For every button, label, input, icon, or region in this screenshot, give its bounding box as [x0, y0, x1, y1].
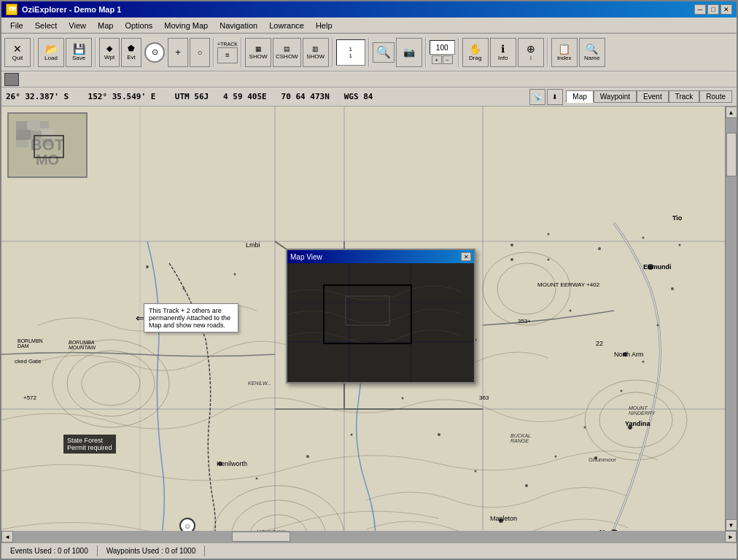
waypoint-button[interactable]: ◆ Wpt — [99, 38, 120, 67]
map-view-close-button[interactable]: ✕ — [461, 252, 471, 261]
map-tooltip: ⇐ This Track + 2 others are permanently … — [144, 303, 238, 332]
scroll-right-button[interactable]: ► — [725, 531, 737, 542]
menu-view[interactable]: View — [63, 20, 92, 31]
add-button[interactable]: + — [168, 38, 188, 67]
menu-select[interactable]: Select — [29, 20, 63, 31]
show-btn2[interactable]: ▤ CSHOW — [273, 38, 301, 67]
data-display: 11 — [336, 39, 365, 66]
svg-point-43 — [475, 470, 477, 472]
minimap-content: BOT MO — [9, 114, 86, 176]
zoom-controls: + − — [430, 40, 455, 64]
svg-point-28 — [183, 288, 185, 290]
circle-button[interactable]: ○ — [190, 38, 210, 67]
scroll-thumb-h[interactable] — [232, 532, 290, 542]
svg-point-52 — [642, 237, 645, 239]
nav-arrows-button[interactable]: ⊕ ↕ — [518, 38, 544, 67]
menu-moving-map[interactable]: Moving Map — [158, 20, 214, 31]
map-view-titlebar: Map View ✕ — [287, 250, 474, 263]
scroll-track-v[interactable] — [726, 118, 737, 519]
name-icon: 🔍 — [586, 44, 598, 54]
svg-point-47 — [621, 390, 623, 392]
zoom-out-button[interactable]: − — [443, 55, 453, 64]
small-icon — [4, 73, 19, 86]
svg-point-44 — [525, 484, 528, 487]
svg-rect-65 — [16, 121, 27, 130]
menu-navigation[interactable]: Navigation — [214, 20, 263, 31]
search-button[interactable]: 🔍 — [373, 42, 395, 63]
track-btn[interactable]: ≡ — [217, 47, 238, 63]
info-icon: ℹ — [501, 44, 505, 54]
zoom-in-button[interactable]: + — [432, 55, 442, 64]
scroll-thumb-v[interactable] — [726, 133, 737, 176]
main-area: ☺ ◉ Fire Hose 1 — [1, 106, 737, 531]
scroll-down-button[interactable]: ▼ — [726, 519, 737, 531]
info-button[interactable]: ℹ Info — [490, 38, 516, 67]
tb-sep-1 — [34, 38, 35, 67]
svg-point-34 — [548, 259, 550, 261]
utm-display: UTM 56J — [175, 92, 209, 101]
svg-point-55 — [510, 258, 513, 261]
label-mount-ninderry: MOUNTNINDERRY — [629, 405, 655, 416]
save-button[interactable]: 💾 Save — [66, 38, 92, 67]
vertical-scrollbar[interactable]: ▲ ▼ — [725, 106, 737, 531]
minimize-button[interactable]: ─ — [694, 4, 706, 15]
bottom-status-bar: Events Used : 0 of 1000 Waypoints Used :… — [1, 542, 737, 559]
event-button[interactable]: ⬟ Evt — [121, 38, 141, 67]
show-btn3[interactable]: ▥ SHOW — [303, 38, 329, 67]
menu-lowrance[interactable]: Lowrance — [263, 20, 310, 31]
svg-point-46 — [584, 427, 586, 429]
load-button[interactable]: 📂 Load — [38, 38, 64, 67]
camera-button[interactable]: 📷 — [396, 38, 422, 67]
tooltip-text: This Track + 2 others are permanently At… — [149, 307, 230, 329]
svg-point-42 — [438, 433, 440, 436]
label-22: 22 — [596, 340, 603, 347]
state-forest-label: State ForestPermit required — [63, 435, 116, 454]
quit-button[interactable]: ✕ Quit — [4, 38, 31, 67]
svg-point-54 — [548, 233, 550, 236]
tab-waypoint[interactable]: Waypoint — [594, 90, 637, 103]
scroll-track-h[interactable] — [13, 531, 725, 542]
maximize-button[interactable]: □ — [707, 4, 719, 15]
zoom-input[interactable] — [430, 40, 455, 55]
tab-map[interactable]: Map — [566, 90, 593, 103]
tab-event[interactable]: Event — [637, 90, 669, 103]
index-button[interactable]: 📋 Index — [551, 38, 578, 67]
search-zoom: 🔍 — [373, 42, 395, 63]
label-mount-eerway: MOUNT EERWAY +402 — [537, 281, 599, 288]
minimap-svg: BOT MO — [9, 114, 86, 176]
window-title: OziExplorer - Demo Map 1 — [22, 5, 121, 14]
label-cked-gate: cked Gate — [15, 358, 41, 365]
menu-file[interactable]: File — [4, 20, 29, 31]
h-scroll-area: ◄ ► — [1, 531, 737, 542]
tab-track[interactable]: Track — [669, 90, 700, 103]
map-container[interactable]: ☺ ◉ Fire Hose 1 — [1, 106, 725, 531]
menu-help[interactable]: Help — [310, 20, 338, 31]
map-view-title: Map View — [290, 253, 322, 261]
svg-point-40 — [306, 455, 309, 458]
app-icon: 🗺 — [6, 4, 18, 15]
svg-point-33 — [510, 244, 513, 246]
save-icon: 💾 — [73, 44, 85, 54]
scroll-left-button[interactable]: ◄ — [1, 531, 13, 542]
close-button[interactable]: ✕ — [720, 4, 732, 15]
quit-label: Quit — [12, 55, 23, 61]
title-bar-left: 🗺 OziExplorer - Demo Map 1 — [6, 4, 121, 15]
map-view-content — [287, 263, 474, 382]
title-bar: 🗺 OziExplorer - Demo Map 1 ─ □ ✕ — [1, 1, 737, 18]
gps-status-icon[interactable]: 📡 — [529, 89, 545, 105]
download-icon[interactable]: ⬇ — [547, 89, 563, 105]
label-nambour: Nambour — [599, 529, 632, 531]
tb-sep-5 — [332, 38, 333, 67]
show-btn1[interactable]: ▦ SHOW — [245, 38, 271, 67]
toolbar: ✕ Quit 📂 Load 💾 Save ◆ Wpt ⬟ Evt ⊙ + ○ — [1, 34, 737, 71]
svg-point-51 — [679, 244, 681, 246]
menu-map[interactable]: Map — [92, 20, 119, 31]
map-view-popup: Map View ✕ — [286, 249, 475, 384]
label-mapleton: Mapleton — [490, 515, 517, 522]
name-button[interactable]: 🔍 Name — [579, 38, 605, 67]
menu-options[interactable]: Options — [119, 20, 158, 31]
drag-button[interactable]: ✋ Drag — [462, 38, 489, 67]
nav-arrows-icon: ⊕ — [527, 44, 535, 54]
scroll-up-button[interactable]: ▲ — [726, 106, 737, 118]
tab-route[interactable]: Route — [699, 90, 732, 103]
